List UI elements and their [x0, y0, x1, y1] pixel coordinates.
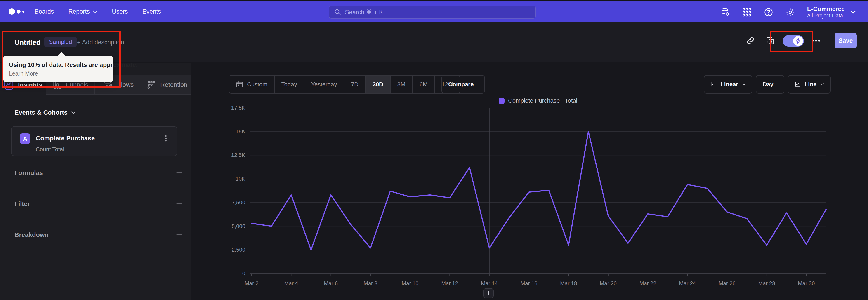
x-tick-label: Mar 12 — [441, 280, 458, 287]
search-input[interactable]: Search ⌘ + K — [329, 6, 536, 19]
y-tick-label: 15K — [214, 128, 245, 135]
x-tick-label: Mar 20 — [600, 280, 617, 287]
nav-item-users[interactable]: Users — [112, 8, 128, 15]
share-link-icon[interactable] — [745, 35, 756, 46]
line-chart-icon — [795, 80, 800, 88]
calendar-icon — [236, 81, 243, 88]
plus-icon — [175, 200, 183, 208]
sampling-tooltip: Using 10% of data. Results are approxima… — [3, 56, 113, 82]
scale-dropdown[interactable]: Linear — [704, 75, 752, 94]
tab-retention[interactable]: Retention — [143, 75, 191, 95]
range-yesterday[interactable]: Yesterday — [304, 76, 344, 93]
plus-icon — [175, 231, 183, 239]
x-tick-label: Mar 18 — [560, 280, 577, 287]
x-tick-label: Mar 22 — [640, 280, 656, 287]
mixpanel-logo-icon[interactable] — [8, 8, 24, 15]
range-custom[interactable]: Custom — [229, 76, 274, 93]
more-options-icon[interactable] — [811, 35, 822, 46]
chevron-down-icon — [93, 10, 97, 13]
y-tick-label: 17.5K — [214, 105, 245, 111]
nav-right-cluster: E-Commerce All Project Data — [720, 1, 856, 23]
x-tick-label: Mar 10 — [402, 280, 418, 287]
chevron-down-icon — [71, 111, 76, 114]
nav-item-events[interactable]: Events — [143, 8, 161, 15]
tooltip-message: Using 10% of data. Results are approxima… — [9, 61, 107, 68]
help-icon[interactable] — [764, 7, 774, 17]
data-management-icon[interactable] — [720, 7, 730, 17]
events-cohorts-header[interactable]: Events & Cohorts — [14, 109, 76, 116]
chevron-down-icon — [478, 83, 478, 86]
series-line — [252, 131, 826, 250]
range-7d[interactable]: 7D — [344, 76, 365, 93]
nav-item-reports[interactable]: Reports — [68, 8, 98, 15]
filter-section-label: Filter — [14, 200, 30, 208]
y-tick-label: 10K — [214, 176, 245, 182]
x-tick-label: Mar 26 — [719, 280, 736, 287]
settings-gear-icon[interactable] — [785, 7, 795, 17]
sampled-badge[interactable]: Sampled — [44, 37, 76, 47]
learn-more-link[interactable]: Learn More — [9, 70, 38, 77]
event-name: Complete Purchase — [36, 135, 95, 142]
chevron-down-icon — [742, 83, 745, 86]
x-tick-label: Mar 24 — [679, 280, 696, 287]
compare-button[interactable]: Compare — [441, 75, 485, 94]
nav-menu: Boards Reports Users Events — [35, 8, 161, 15]
x-tick-label: Mar 28 — [758, 280, 775, 287]
linear-axis-icon — [711, 80, 717, 88]
top-nav: Boards Reports Users Events Search ⌘ + K — [0, 0, 868, 22]
project-scope: All Project Data — [807, 13, 845, 19]
plus-icon — [175, 169, 183, 177]
range-today[interactable]: Today — [274, 76, 304, 93]
add-event-button[interactable] — [175, 109, 184, 118]
x-tick-label: Mar 14 — [481, 280, 498, 287]
lightning-bolt-icon — [795, 38, 801, 44]
x-tick-label: Mar 6 — [324, 280, 338, 287]
sampling-toggle[interactable] — [782, 35, 804, 47]
duplicate-icon[interactable] — [765, 35, 776, 46]
x-tick-label: Mar 16 — [521, 280, 537, 287]
query-builder-panel: Insights Funnels Flows Retent — [0, 63, 191, 300]
pagination-page-1[interactable]: 1 — [483, 289, 494, 298]
add-formula-button[interactable] — [175, 169, 184, 177]
date-range-control: Custom Today Yesterday 7D 30D 3M 6M 12M — [228, 75, 460, 94]
y-tick-label: 7,500 — [214, 200, 245, 206]
save-button[interactable]: Save — [835, 33, 857, 49]
add-breakdown-button[interactable] — [175, 230, 184, 239]
x-tick-label: Mar 2 — [245, 280, 258, 287]
y-tick-label: 5,000 — [214, 223, 245, 230]
x-tick-label: Mar 8 — [364, 280, 377, 287]
interval-dropdown[interactable]: Day — [756, 75, 784, 94]
report-header-bar — [0, 22, 868, 62]
chart-type-dropdown[interactable]: Line — [788, 75, 831, 94]
chevron-down-icon — [821, 83, 824, 86]
y-tick-label: 2,500 — [214, 247, 245, 253]
range-6m[interactable]: 6M — [412, 76, 434, 93]
retention-icon — [147, 80, 156, 90]
nav-item-boards[interactable]: Boards — [35, 8, 54, 15]
range-3m[interactable]: 3M — [390, 76, 412, 93]
event-letter-badge: A — [20, 133, 30, 144]
event-metric[interactable]: Count Total — [36, 146, 64, 153]
add-filter-button[interactable] — [175, 200, 184, 208]
event-card-complete-purchase[interactable]: A Complete Purchase Count Total — [11, 126, 177, 156]
header-divider — [829, 34, 829, 45]
project-switcher[interactable]: E-Commerce All Project Data — [807, 5, 856, 19]
x-tick-label: Mar 30 — [798, 280, 815, 287]
chevron-down-icon — [850, 11, 856, 13]
chart-svg — [250, 99, 829, 280]
apps-grid-icon[interactable] — [742, 7, 752, 17]
breakdown-section-label: Breakdown — [14, 231, 49, 239]
report-title[interactable]: Untitled — [14, 38, 40, 47]
x-tick-label: Mar 4 — [284, 280, 298, 287]
formulas-section-label: Formulas — [14, 169, 43, 177]
search-icon — [334, 8, 341, 16]
event-options-icon[interactable] — [162, 134, 170, 143]
y-tick-label: 12.5K — [214, 152, 245, 158]
add-description[interactable]: + Add description... — [77, 39, 129, 46]
plus-icon — [175, 109, 183, 117]
search-placeholder: Search ⌘ + K — [345, 8, 383, 16]
y-tick-label: 0 — [214, 270, 245, 277]
range-30d[interactable]: 30D — [365, 76, 390, 93]
project-name: E-Commerce — [807, 5, 845, 13]
